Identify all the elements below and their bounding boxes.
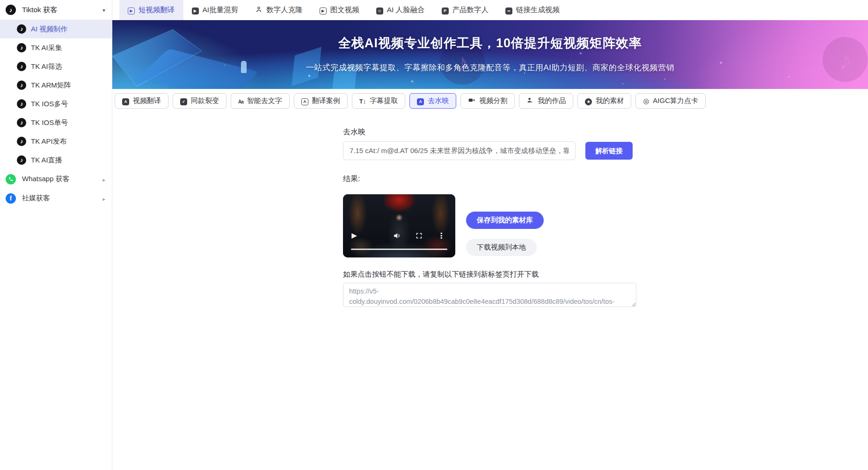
video-poster: [343, 194, 455, 257]
content-area: 去水映 解析链接 结果: ▶ ⋮ 保存到我的素材库 下载视频到本地: [112, 109, 868, 470]
sidebar-item-tk-ios-single[interactable]: ♪ TK IOS单号: [0, 113, 112, 132]
facebook-icon: f: [6, 193, 16, 204]
video-progress-bar[interactable]: [351, 249, 447, 250]
sidebar-header-tiktok[interactable]: ♪ Tiktok 获客 ▾: [0, 0, 112, 20]
topnav-tab-image-text-video[interactable]: ▶ 图文视频: [311, 0, 368, 20]
result-label: 结果:: [343, 174, 868, 184]
tool-tab-same-style-fission[interactable]: ✓ 同款裂变: [173, 93, 226, 109]
sidebar-group-social-media[interactable]: f 社媒获客 ▸: [0, 189, 112, 208]
hero-banner: ♪ ♪ 全栈AI视频专业创作工具，10倍提升短视频矩阵效率 一站式完成视频字幕提…: [112, 20, 868, 89]
sidebar-item-label: TK ARM矩阵: [31, 81, 71, 90]
tool-tab-label: 同款裂变: [191, 96, 219, 105]
sidebar-item-label: TK AI采集: [31, 44, 62, 52]
watermark-remove-icon: A: [417, 96, 424, 105]
sidebar-item-ai-video-creation[interactable]: ♪ AI 视频制作: [0, 20, 112, 38]
video-translate-icon: A: [122, 96, 129, 105]
link-video-fill-icon: ∞: [505, 6, 512, 15]
video-split-icon: [468, 96, 475, 105]
tiktok-icon: ♪: [17, 155, 26, 165]
banner-sparkles: [112, 20, 113, 21]
volume-icon[interactable]: [392, 230, 402, 241]
sidebar-item-tk-ai-collect[interactable]: ♪ TK AI采集: [0, 38, 112, 57]
topnav-tab-product-digital-human[interactable]: P 产品数字人: [433, 0, 497, 20]
save-to-assets-button[interactable]: 保存到我的素材库: [466, 212, 544, 229]
chevron-right-icon: ▸: [102, 175, 105, 183]
video-play-fill-icon: ▶: [192, 6, 199, 15]
sidebar-group-label: Whatsapp 获客: [22, 175, 102, 184]
tool-tab-smart-text-removal[interactable]: Aa 智能去文字: [231, 93, 290, 109]
tool-tab-label: 字幕提取: [370, 96, 398, 105]
tool-tab-label: 翻译案例: [312, 96, 340, 105]
sidebar-group-label: 社媒获客: [22, 194, 102, 203]
result-buttons: 保存到我的素材库 下载视频到本地: [466, 194, 544, 257]
tiktok-icon: ♪: [17, 62, 26, 71]
subtitle-extract-icon: T↕: [359, 97, 366, 105]
tool-tab-watermark-removal[interactable]: A 去水映: [409, 93, 456, 109]
fullscreen-icon[interactable]: [414, 231, 423, 240]
topnav-tab-label: AI 人脸融合: [387, 5, 425, 15]
sidebar-item-label: TK API发布: [31, 137, 67, 146]
tiktok-icon: ♪: [17, 81, 26, 90]
tool-tab-my-assets[interactable]: ★ 我的素材: [577, 93, 631, 109]
check-fill-icon: ✓: [180, 96, 187, 105]
download-hint-text: 如果点击按钮不能下载，请复制以下链接到新标签页打开下载: [343, 270, 868, 279]
sidebar-item-label: TK IOS多号: [31, 100, 68, 109]
parse-link-button[interactable]: 解析链接: [585, 142, 633, 160]
share-link-input[interactable]: [343, 141, 576, 160]
top-navigation: ▶ 短视频翻译 ▶ AI批量混剪 数字人克隆 ▶ 图文视频 ☺ AI 人脸融合 …: [112, 0, 868, 20]
topnav-tab-label: AI批量混剪: [203, 5, 239, 15]
player-menu-icon[interactable]: ⋮: [437, 230, 446, 241]
sidebar: ♪ Tiktok 获客 ▾ ♪ AI 视频制作 ♪ TK AI采集 ♪ TK A…: [0, 0, 112, 470]
tool-tab-aigc-credits[interactable]: ◎ AIGC算力点卡: [635, 93, 706, 109]
sidebar-item-label: TK AI筛选: [31, 62, 62, 71]
face-fill-icon: ☺: [376, 6, 383, 15]
video-player[interactable]: ▶ ⋮: [343, 194, 455, 257]
tiktok-icon: ♪: [17, 118, 26, 127]
sidebar-group-whatsapp[interactable]: Whatsapp 获客 ▸: [0, 169, 112, 189]
sidebar-item-tk-ai-filter[interactable]: ♪ TK AI筛选: [0, 57, 112, 76]
banner-subtitle: 一站式完成视频字幕提取、字幕擦除和多角色克隆配音等，真正用AI助力短剧、商家的全…: [112, 62, 868, 73]
result-row: ▶ ⋮ 保存到我的素材库 下载视频到本地: [343, 194, 868, 257]
tool-tab-my-works[interactable]: 我的作品: [519, 93, 573, 109]
topnav-tab-ai-face-fusion[interactable]: ☺ AI 人脸融合: [368, 0, 433, 20]
app-root: ♪ Tiktok 获客 ▾ ♪ AI 视频制作 ♪ TK AI采集 ♪ TK A…: [0, 0, 868, 470]
tool-tab-translate-cases[interactable]: A 翻译案例: [294, 93, 348, 109]
remove-text-icon: Aa: [238, 97, 243, 105]
topnav-tab-label: 产品数字人: [452, 5, 489, 15]
topnav-tab-label: 短视频翻译: [139, 5, 175, 15]
tool-tab-label: 视频分割: [479, 96, 507, 105]
download-url-textarea[interactable]: https://v5-coldy.douyinvod.com/0206b8b49…: [343, 283, 636, 307]
chevron-right-icon: ▸: [102, 194, 105, 202]
topnav-tab-short-video-translate[interactable]: ▶ 短视频翻译: [119, 0, 183, 20]
tiktok-icon: ♪: [17, 43, 26, 52]
section-title: 去水映: [343, 127, 868, 137]
main-area: ▶ 短视频翻译 ▶ AI批量混剪 数字人克隆 ▶ 图文视频 ☺ AI 人脸融合 …: [112, 0, 868, 470]
sidebar-item-tk-api-publish[interactable]: ♪ TK API发布: [0, 132, 112, 151]
my-assets-icon: ★: [585, 96, 592, 105]
tool-tab-subtitle-extract[interactable]: T↕ 字幕提取: [352, 93, 405, 109]
tiktok-icon: ♪: [17, 24, 26, 34]
sidebar-item-tk-arm-matrix[interactable]: ♪ TK ARM矩阵: [0, 76, 112, 95]
tool-tab-label: 视频翻译: [133, 96, 161, 105]
tiktok-icon: ♪: [6, 5, 16, 15]
sidebar-header-label: Tiktok 获客: [22, 5, 102, 15]
sidebar-item-tk-ios-multi[interactable]: ♪ TK IOS多号: [0, 95, 112, 113]
chevron-down-icon: ▾: [102, 6, 105, 14]
topnav-tab-label: 图文视频: [330, 5, 359, 15]
topnav-tab-ai-batch-clip[interactable]: ▶ AI批量混剪: [183, 0, 247, 20]
play-icon[interactable]: ▶: [349, 230, 360, 241]
download-video-button[interactable]: 下载视频到本地: [466, 239, 537, 256]
tool-tab-label: 智能去文字: [247, 96, 282, 105]
banner-title: 全栈AI视频专业创作工具，10倍提升短视频矩阵效率: [112, 35, 868, 51]
topnav-tab-label: 链接生成视频: [516, 5, 560, 15]
tiktok-icon: ♪: [17, 99, 26, 109]
tool-tab-label: 去水映: [428, 96, 449, 105]
topnav-tab-digital-human-clone[interactable]: 数字人克隆: [247, 0, 311, 20]
tool-tab-video-split[interactable]: 视频分割: [460, 93, 515, 109]
tool-tab-video-translate[interactable]: A 视频翻译: [115, 93, 168, 109]
topnav-tab-label: 数字人克隆: [266, 5, 303, 15]
sidebar-item-tk-ai-live[interactable]: ♪ TK AI直播: [0, 151, 112, 169]
parse-input-row: 解析链接: [343, 141, 868, 160]
topnav-tab-link-to-video[interactable]: ∞ 链接生成视频: [497, 0, 568, 20]
sidebar-item-label: TK AI直播: [31, 156, 62, 165]
